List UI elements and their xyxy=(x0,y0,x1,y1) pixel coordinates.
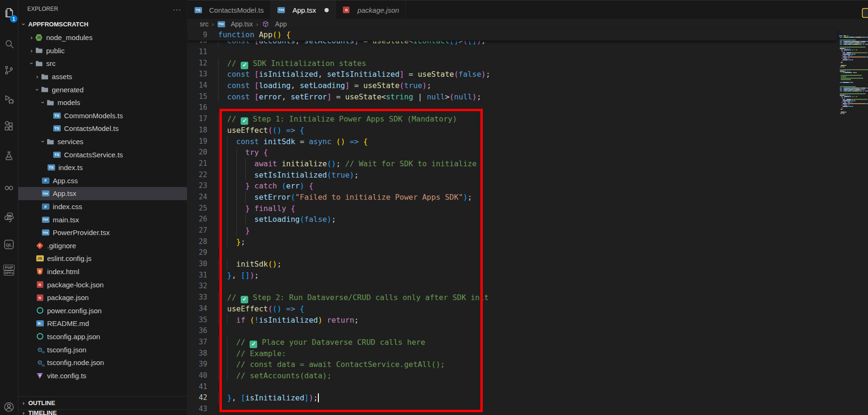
code-line-32[interactable]: 32 xyxy=(187,281,837,292)
tree-item-package-lock-json[interactable]: npackage-lock.json xyxy=(18,278,187,291)
code-line-33[interactable]: 33// ✓ Step 2: Run Dataverse/CRUD calls … xyxy=(187,292,837,303)
code-line-24[interactable]: 24setError("Failed to initialize Power A… xyxy=(187,192,837,203)
code-line-28[interactable]: 28}; xyxy=(187,236,837,248)
tree-item-eslint-config-js[interactable]: JSeslint.config.js xyxy=(18,252,187,265)
checkmark-emoji: ✓ xyxy=(250,341,257,348)
code-line-21[interactable]: 21await initialize(); // Wait for SDK to… xyxy=(187,158,837,170)
tree-item-readme-md[interactable]: M↓README.md xyxy=(18,317,187,330)
tree-item-generated[interactable]: ›generated xyxy=(18,83,187,96)
account-icon[interactable] xyxy=(0,398,18,415)
typescript-file-icon: TS xyxy=(53,151,61,158)
tab-package-json[interactable]: npackage.json xyxy=(336,0,406,19)
line-number: 29 xyxy=(187,247,207,259)
code-line-18[interactable]: 18useEffect(() => { xyxy=(187,125,837,136)
codeql-icon[interactable]: QL xyxy=(0,236,18,253)
outline-section-header[interactable]: › OUTLINE xyxy=(18,396,187,409)
code-line-27[interactable]: 27} xyxy=(187,225,837,236)
code-line-26[interactable]: 26setLoading(false); xyxy=(187,214,837,225)
tree-item-node-modules[interactable]: ›JSnode_modules xyxy=(18,31,187,44)
tree-item-app-tsx[interactable]: TSXApp.tsx xyxy=(18,187,187,200)
code-line-20[interactable]: 20try { xyxy=(187,147,837,158)
tree-item-label: index.html xyxy=(47,268,79,276)
breadcrumb-item-app[interactable]: App xyxy=(261,20,287,28)
tree-item-index-ts[interactable]: TSindex.ts xyxy=(18,161,187,174)
code-line-35[interactable]: 35if (!isInitialized) return; xyxy=(187,315,837,326)
tree-item-power-config-json[interactable]: power.config.json xyxy=(18,304,187,317)
tree-item-index-html[interactable]: 5index.html xyxy=(18,265,187,278)
tab-contactsmodel-ts[interactable]: TSContactsModel.ts xyxy=(187,0,271,19)
timeline-section-header[interactable]: › TIMELINE xyxy=(18,409,187,415)
react-tsx-file-icon: TSX xyxy=(41,229,49,236)
sticky-scroll-line[interactable]: 9function App() { xyxy=(187,29,837,41)
line-number: 10 xyxy=(187,41,207,47)
code-line-43[interactable]: 43 xyxy=(187,404,837,415)
tree-item-tsconfig-app-json[interactable]: tsconfig.app.json xyxy=(18,330,187,343)
code-line-40[interactable]: 40// setAccounts(data); xyxy=(187,370,837,382)
code-line-34[interactable]: 34useEffect(() => { xyxy=(187,303,837,315)
code-line-39[interactable]: 39// const data = await ContactService.g… xyxy=(187,359,837,370)
code-line-30[interactable]: 30initSdk(); xyxy=(187,259,837,270)
minimap[interactable] xyxy=(837,29,868,415)
code-line-17[interactable]: 17// ✓ Step 1: Initialize Power Apps SDK… xyxy=(187,114,837,125)
tree-item-public[interactable]: ›public xyxy=(18,44,187,57)
tree-item-contactsservice-ts[interactable]: TSContactsService.ts xyxy=(18,148,187,161)
code-line-42[interactable]: 42}, [isInitialized]); xyxy=(187,392,837,404)
python-icon[interactable] xyxy=(0,208,18,226)
sidebar-more-actions-icon[interactable]: ··· xyxy=(173,5,181,13)
code-line-19[interactable]: 19const initSdk = async () => { xyxy=(187,136,837,147)
source-control-icon[interactable] xyxy=(0,61,18,79)
code-line-12[interactable]: 12// ✓ SDK Initialization states xyxy=(187,58,837,69)
modified-dot-icon[interactable] xyxy=(324,8,329,12)
tree-item-package-json[interactable]: npackage.json xyxy=(18,291,187,304)
breadcrumb-item-app-tsx[interactable]: TSXApp.tsx xyxy=(217,20,253,28)
tree-item-models[interactable]: ›models xyxy=(18,96,187,109)
tree-item-commonmodels-ts[interactable]: TSCommonModels.ts xyxy=(18,109,187,122)
pnp-spfx-icon[interactable]: PnPSPFx xyxy=(0,260,18,280)
tree-item-assets[interactable]: ›assets xyxy=(18,70,187,83)
breadcrumb-item-src[interactable]: src xyxy=(200,20,209,28)
code-line-15[interactable]: 15const [error, setError] = useState<str… xyxy=(187,91,837,103)
tab-app-tsx[interactable]: TSXApp.tsx xyxy=(271,0,336,19)
code-line-37[interactable]: 37// ✓ Place your Dataverse CRUD calls h… xyxy=(187,337,837,348)
code-line-41[interactable]: 41 xyxy=(187,382,837,393)
code-line-31[interactable]: 31}, []); xyxy=(187,270,837,281)
tree-item-app-css[interactable]: #App.css xyxy=(18,174,187,187)
breadcrumb-separator: › xyxy=(212,21,214,28)
tree-item-powerprovider-tsx[interactable]: TSXPowerProvider.tsx xyxy=(18,226,187,239)
code-line-11[interactable]: 11 xyxy=(187,47,837,58)
test-beaker-icon[interactable] xyxy=(0,147,18,165)
code-line-25[interactable]: 25} finally { xyxy=(187,203,837,214)
code-line-14[interactable]: 14const [loading, setLoading] = useState… xyxy=(187,80,837,91)
run-debug-icon[interactable] xyxy=(0,90,18,108)
code-editor[interactable]: 10const [accounts, setAccounts] = useSta… xyxy=(187,29,837,415)
code-line-22[interactable]: 22setIsInitialized(true); xyxy=(187,170,837,181)
explorer-icon[interactable]: 1 xyxy=(0,4,18,22)
tree-item-label: App.tsx xyxy=(53,189,76,197)
code-line-36[interactable]: 36 xyxy=(187,325,837,337)
tree-item-services[interactable]: ›services xyxy=(18,135,187,148)
tree-item-index-css[interactable]: #index.css xyxy=(18,200,187,213)
tree-item-src[interactable]: ›src xyxy=(18,57,187,70)
code-line-9[interactable]: 9function App() { xyxy=(187,29,837,41)
code-line-38[interactable]: 38// Example: xyxy=(187,348,837,359)
config-ring-icon xyxy=(36,333,44,340)
tree-item-vite-config-ts[interactable]: vite.config.ts xyxy=(18,369,187,382)
workspace-section-header[interactable]: › APPFROMSCRATCH xyxy=(18,18,187,30)
tree-item--gitignore[interactable]: Y.gitignore xyxy=(18,239,187,252)
tree-item-contactsmodel-ts[interactable]: TSContactsModel.ts xyxy=(18,122,187,135)
tree-item-main-tsx[interactable]: TSXmain.tsx xyxy=(18,213,187,226)
line-number: 17 xyxy=(187,114,207,125)
tree-item-tsconfig-node-json[interactable]: ⚙TStsconfig.node.json xyxy=(18,356,187,369)
line-number: 9 xyxy=(187,29,207,41)
typescript-file-icon: TS xyxy=(53,112,61,119)
code-line-10[interactable]: 10const [accounts, setAccounts] = useSta… xyxy=(187,41,837,47)
code-line-29[interactable]: 29 xyxy=(187,247,837,259)
code-line-23[interactable]: 23} catch (err) { xyxy=(187,180,837,192)
code-line-16[interactable]: 16 xyxy=(187,102,837,114)
infinity-link-icon[interactable] xyxy=(0,179,18,197)
search-icon[interactable] xyxy=(0,35,18,53)
extensions-icon[interactable] xyxy=(0,118,18,136)
code-line-13[interactable]: 13const [isInitialized, setIsInitialized… xyxy=(187,69,837,80)
tree-item-tsconfig-json[interactable]: ⚙TStsconfig.json xyxy=(18,343,187,356)
partial-highlighted-control[interactable] xyxy=(862,8,868,18)
